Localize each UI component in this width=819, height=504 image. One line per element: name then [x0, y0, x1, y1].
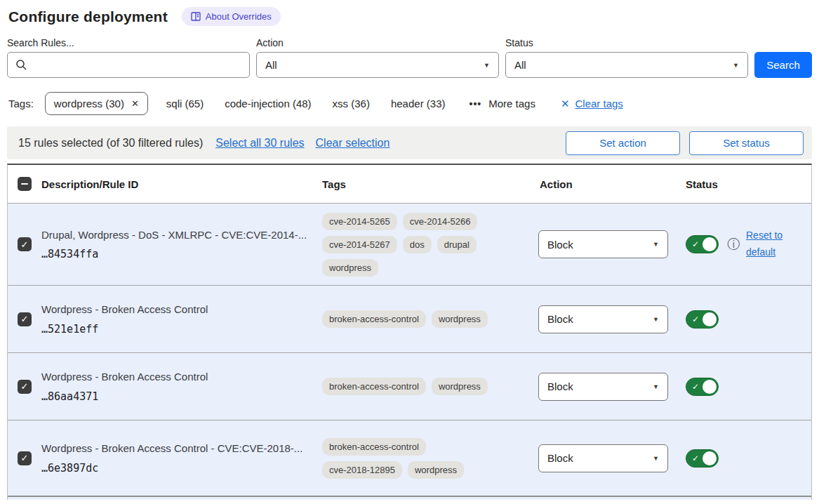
search-icon	[15, 59, 27, 71]
status-toggle[interactable]: ✓	[686, 378, 719, 396]
title-row: Configure deployment About Overrides	[8, 7, 812, 26]
rule-tag-pill: cve-2014-5265	[322, 213, 397, 230]
rule-tag-pill: wordpress	[322, 259, 378, 277]
set-status-button[interactable]: Set status	[689, 131, 804, 155]
status-toggle[interactable]: ✓	[686, 310, 719, 329]
chevron-down-icon: ▼	[653, 455, 659, 462]
clear-selection-link[interactable]: Clear selection	[316, 137, 390, 150]
status-toggle[interactable]: ✓	[686, 449, 719, 467]
more-tags-button[interactable]: ••• More tags	[469, 98, 535, 110]
rule-tags-cell: broken-access-controlcve-2018-12895wordp…	[322, 434, 498, 483]
row-checkbox[interactable]: ✓	[18, 312, 32, 326]
rule-tag-pill: wordpress	[432, 310, 488, 328]
action-value: Block	[547, 452, 573, 464]
table-row: ✓ Drupal, Wordpress - DoS - XMLRPC - CVE…	[8, 203, 811, 285]
rule-id: …86aa4371	[41, 390, 311, 403]
rule-tag-pill: broken-access-control	[322, 438, 426, 456]
action-select[interactable]: Block ▼	[538, 305, 668, 333]
rule-tag-pill: cve-2014-5267	[322, 236, 397, 253]
search-button[interactable]: Search	[754, 52, 812, 78]
column-header-status: Status	[680, 178, 811, 190]
chevron-down-icon: ▼	[733, 62, 739, 69]
chevron-down-icon: ▼	[653, 316, 659, 323]
row-checkbox[interactable]: ✓	[18, 380, 32, 394]
chevron-down-icon: ▼	[653, 383, 659, 390]
more-tags-label: More tags	[488, 98, 535, 110]
rule-tag-pill: cve-2018-12895	[322, 461, 402, 479]
filter-row: Search Rules... Action All ▼ Status All …	[7, 37, 812, 78]
rule-tag-pill: dos	[403, 236, 432, 253]
status-toggle[interactable]: ✓	[686, 235, 719, 253]
status-filter-value: All	[514, 59, 526, 71]
rule-tag-pill: cve-2014-5266	[403, 213, 478, 230]
tags-bar: Tags: wordpress (30) ✕ sqli (65)code-inj…	[8, 92, 812, 115]
rule-description: Wordpress - Broken Access Control	[41, 370, 311, 384]
set-action-button[interactable]: Set action	[566, 131, 680, 155]
tag-filter-link[interactable]: sqli (65)	[166, 98, 204, 110]
action-select[interactable]: Block ▼	[538, 444, 668, 472]
tags-label: Tags:	[8, 98, 34, 110]
about-overrides-label: About Overrides	[206, 11, 272, 22]
column-header-tags: Tags	[322, 178, 533, 190]
selection-summary: 15 rules selected (of 30 filtered rules)	[18, 137, 203, 150]
rule-id: …84534ffa	[41, 248, 311, 260]
search-input[interactable]	[7, 52, 250, 78]
tag-links: sqli (65)code-injection (48)xss (36)head…	[166, 98, 467, 110]
select-all-checkbox[interactable]	[18, 177, 32, 191]
action-value: Block	[547, 239, 573, 251]
column-header-description: Description/Rule ID	[41, 178, 322, 190]
rule-id: …521e1eff	[41, 323, 311, 336]
status-filter-select[interactable]: All ▼	[505, 52, 748, 78]
chevron-down-icon: ▼	[653, 241, 659, 248]
select-all-rules-link[interactable]: Select all 30 rules	[215, 137, 304, 150]
rule-tags-cell: broken-access-controlwordpress	[322, 373, 498, 399]
column-header-action: Action	[533, 178, 680, 190]
rule-tags-cell: cve-2014-5265cve-2014-5266cve-2014-5267d…	[322, 208, 498, 281]
selection-bar: 15 rules selected (of 30 filtered rules)…	[7, 126, 812, 159]
rule-tag-pill: broken-access-control	[322, 310, 426, 328]
action-value: Block	[547, 380, 573, 392]
chevron-down-icon: ▼	[484, 62, 490, 69]
table-body: ✓ Drupal, Wordpress - DoS - XMLRPC - CVE…	[8, 203, 811, 496]
tag-filter-link[interactable]: xss (36)	[333, 98, 370, 110]
clear-tags-link[interactable]: ✕ Clear tags	[561, 98, 623, 110]
action-filter-label: Action	[256, 37, 499, 48]
selected-tag-chip[interactable]: wordpress (30) ✕	[45, 92, 148, 115]
info-icon[interactable]: ⓘ	[727, 238, 740, 251]
tag-filter-link[interactable]: code-injection (48)	[225, 98, 311, 110]
row-checkbox[interactable]: ✓	[18, 451, 32, 465]
tag-filter-link[interactable]: header (33)	[391, 98, 446, 110]
about-overrides-badge[interactable]: About Overrides	[182, 7, 281, 26]
rule-tag-pill: broken-access-control	[322, 378, 426, 395]
table-bottom-edge	[8, 496, 811, 500]
rule-tag-pill: drupal	[437, 236, 477, 253]
reset-to-default-link[interactable]: Reset to default	[746, 227, 791, 261]
action-filter-value: All	[265, 59, 277, 71]
rule-tags-cell: broken-access-controlwordpress	[322, 306, 498, 332]
remove-tag-icon[interactable]: ✕	[131, 98, 139, 109]
rule-description: Drupal, Wordpress - DoS - XMLRPC - CVE:C…	[41, 228, 311, 242]
rule-description: Wordpress - Broken Access Control - CVE:…	[41, 442, 311, 456]
status-filter-label: Status	[505, 37, 748, 48]
table-row: ✓ Wordpress - Broken Access Control - CV…	[8, 420, 811, 496]
table-row: ✓ Wordpress - Broken Access Control …521…	[8, 285, 811, 352]
action-select[interactable]: Block ▼	[538, 373, 668, 401]
row-checkbox[interactable]: ✓	[18, 237, 32, 251]
rule-tag-pill: wordpress	[408, 461, 464, 479]
search-rules-label: Search Rules...	[7, 37, 250, 48]
rule-description: Wordpress - Broken Access Control	[41, 303, 311, 317]
page-title: Configure deployment	[8, 8, 168, 25]
ellipsis-icon: •••	[469, 98, 481, 110]
selected-tag-label: wordpress (30)	[54, 98, 124, 110]
rules-table: Description/Rule ID Tags Action Status ✓…	[7, 164, 812, 500]
table-header-row: Description/Rule ID Tags Action Status	[8, 165, 811, 203]
action-select[interactable]: Block ▼	[538, 230, 668, 258]
book-icon	[191, 12, 201, 21]
clear-tags-label: Clear tags	[575, 98, 622, 110]
rule-id: …6e3897dc	[41, 462, 311, 475]
rule-tag-pill: wordpress	[432, 378, 488, 395]
action-filter-select[interactable]: All ▼	[256, 52, 499, 78]
table-row: ✓ Wordpress - Broken Access Control …86a…	[8, 352, 811, 420]
configure-deployment-page: Configure deployment About Overrides Sea…	[0, 0, 819, 500]
close-icon: ✕	[561, 98, 570, 110]
